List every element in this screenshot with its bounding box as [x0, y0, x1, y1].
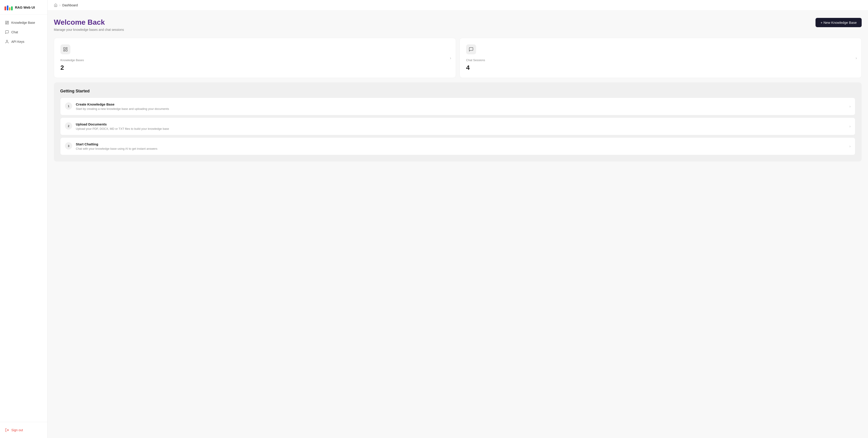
sidebar-knowledge-base-label: Knowledge Base: [11, 21, 35, 25]
step-3-title: Start Chatting: [76, 142, 850, 146]
sidebar-item-knowledge-base[interactable]: Knowledge Base: [2, 18, 45, 27]
page-subtitle: Manage your knowledge bases and chat ses…: [54, 28, 124, 31]
user-icon: [5, 40, 9, 44]
step-1-number: 1: [65, 103, 72, 110]
svg-rect-1: [7, 21, 9, 22]
page-content: Welcome Back Manage your knowledge bases…: [48, 11, 868, 438]
svg-rect-6: [64, 48, 65, 49]
knowledge-bases-arrow: ›: [450, 56, 451, 60]
step-3-arrow: ›: [849, 144, 850, 148]
page-header: Welcome Back Manage your knowledge bases…: [54, 18, 862, 31]
step-1-desc: Start by creating a new knowledge base a…: [76, 107, 850, 111]
svg-point-4: [6, 40, 8, 41]
home-icon: [54, 3, 58, 7]
breadcrumb-current: Dashboard: [62, 3, 78, 7]
new-knowledge-base-button[interactable]: + New Knowledge Base: [815, 18, 862, 27]
sidebar-footer: Sign out: [0, 422, 47, 438]
database-icon: [63, 47, 68, 52]
chat-sessions-value: 4: [466, 64, 855, 71]
stats-row: Knowledge Bases 2 › Chat Sessions 4 ›: [54, 38, 862, 78]
chat-sessions-label: Chat Sessions: [466, 58, 855, 62]
chat-sessions-card[interactable]: Chat Sessions 4 ›: [460, 38, 862, 78]
step-1-item[interactable]: 1 Create Knowledge Base Start by creatin…: [60, 97, 855, 115]
step-2-item[interactable]: 2 Upload Documents Upload your PDF, DOCX…: [60, 118, 855, 135]
knowledge-bases-card-icon-wrap: [60, 45, 70, 54]
step-1-arrow: ›: [849, 105, 850, 109]
step-2-desc: Upload your PDF, DOCX, MD or TXT files t…: [76, 127, 850, 130]
step-1-title: Create Knowledge Base: [76, 103, 850, 106]
sign-out-label: Sign out: [11, 428, 23, 432]
main-content: › Dashboard Welcome Back Manage your kno…: [48, 0, 868, 438]
step-2-content: Upload Documents Upload your PDF, DOCX, …: [76, 122, 850, 130]
step-3-item[interactable]: 3 Start Chatting Chat with your knowledg…: [60, 138, 855, 155]
chat-icon: [5, 30, 9, 34]
knowledge-bases-card[interactable]: Knowledge Bases 2 ›: [54, 38, 456, 78]
breadcrumb-separator: ›: [59, 3, 60, 7]
step-3-number: 3: [65, 142, 72, 149]
page-title: Welcome Back: [54, 18, 124, 27]
sign-out-button[interactable]: Sign out: [2, 426, 45, 434]
welcome-text-block: Welcome Back Manage your knowledge bases…: [54, 18, 124, 31]
sign-out-icon: [5, 428, 9, 432]
knowledge-bases-label: Knowledge Bases: [60, 58, 450, 62]
sidebar: RAG Web UI Knowledge Base Chat: [0, 0, 48, 438]
breadcrumb: › Dashboard: [48, 0, 868, 11]
sidebar-header: RAG Web UI: [0, 0, 47, 15]
step-1-content: Create Knowledge Base Start by creating …: [76, 103, 850, 111]
chat-sessions-arrow: ›: [856, 56, 857, 60]
app-logo: [4, 4, 13, 10]
svg-rect-3: [5, 23, 6, 24]
chat-bubble-icon: [469, 47, 474, 52]
step-3-desc: Chat with your knowledge base using AI t…: [76, 147, 850, 150]
step-2-number: 2: [65, 122, 72, 129]
step-2-arrow: ›: [849, 124, 850, 128]
step-2-title: Upload Documents: [76, 122, 850, 126]
book-icon: [5, 21, 9, 25]
svg-rect-9: [64, 50, 65, 51]
chat-sessions-card-icon-wrap: [466, 45, 476, 54]
sidebar-nav: Knowledge Base Chat API Keys: [0, 15, 47, 422]
getting-started-title: Getting Started: [60, 89, 855, 93]
sidebar-chat-label: Chat: [11, 30, 18, 34]
sidebar-api-keys-label: API Keys: [11, 40, 25, 43]
sidebar-item-chat[interactable]: Chat: [2, 28, 45, 36]
knowledge-bases-value: 2: [60, 64, 450, 71]
getting-started-section: Getting Started 1 Create Knowledge Base …: [54, 82, 862, 162]
sidebar-item-api-keys[interactable]: API Keys: [2, 37, 45, 46]
svg-rect-8: [66, 49, 67, 51]
svg-rect-2: [7, 23, 9, 24]
app-title: RAG Web UI: [15, 5, 35, 9]
step-3-content: Start Chatting Chat with your knowledge …: [76, 142, 850, 150]
svg-rect-0: [5, 21, 6, 23]
svg-rect-7: [66, 48, 67, 49]
